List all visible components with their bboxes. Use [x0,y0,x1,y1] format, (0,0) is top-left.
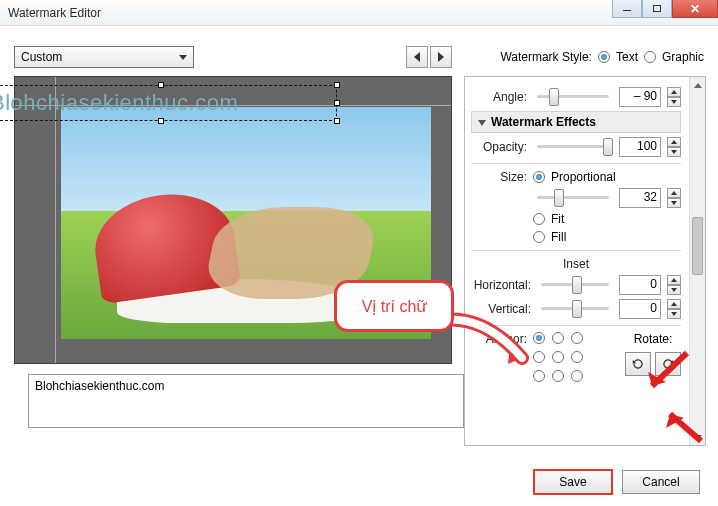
inset-horizontal-spinner[interactable] [667,275,681,295]
disclosure-triangle-icon [478,120,486,126]
annotation-callout: Vị trí chữ [334,280,454,332]
minimize-button[interactable] [612,0,642,18]
size-fit-radio[interactable] [533,213,545,225]
size-slider[interactable] [533,188,613,208]
next-image-button[interactable] [430,46,452,68]
anchor-radio-br[interactable] [571,370,583,382]
watermark-effects-header[interactable]: Watermark Effects [471,111,681,133]
inset-vertical-input[interactable]: 0 [619,299,661,319]
top-row: Custom Watermark Style: Text Graphic [0,26,718,76]
watermark-style-row: Watermark Style: Text Graphic [500,50,704,64]
size-value-input[interactable]: 32 [619,188,661,208]
chevron-down-icon [179,55,187,60]
watermark-text-value: Blohchiasekienthuc.com [35,379,164,393]
angle-label: Angle: [471,90,527,104]
resize-handle[interactable] [158,118,164,124]
prev-image-button[interactable] [406,46,428,68]
maximize-button[interactable] [642,0,672,18]
anchor-radio-mr[interactable] [571,351,583,363]
size-proportional-label: Proportional [551,170,616,184]
save-button[interactable]: Save [534,470,612,494]
anchor-radio-bc[interactable] [552,370,564,382]
preset-selected: Custom [21,50,62,64]
inset-horizontal-input[interactable]: 0 [619,275,661,295]
resize-handle[interactable] [334,118,340,124]
window-title: Watermark Editor [8,6,101,20]
inset-header: Inset [471,257,681,271]
watermark-style-graphic-label: Graphic [662,50,704,64]
cancel-button-label: Cancel [642,475,679,489]
watermark-style-text-radio[interactable] [598,51,610,63]
window-buttons: ✕ [612,0,718,18]
cancel-button[interactable]: Cancel [622,470,700,494]
watermark-style-label: Watermark Style: [500,50,592,64]
triangle-right-icon [438,52,444,62]
watermark-text-overlay: Blohchiasekienthuc.com [0,90,238,116]
watermark-text-input[interactable]: Blohchiasekienthuc.com [28,374,464,428]
inset-vertical-slider[interactable] [537,299,613,319]
anchor-radio-tc[interactable] [552,332,564,344]
watermark-style-graphic-radio[interactable] [644,51,656,63]
watermark-selection[interactable]: Blohchiasekienthuc.com [0,85,337,121]
opacity-value-input[interactable]: 100 [619,137,661,157]
annotation-arrow-1 [632,348,692,398]
resize-handle[interactable] [158,82,164,88]
size-fill-label: Fill [551,230,566,244]
inset-vertical-spinner[interactable] [667,299,681,319]
resize-handle[interactable] [334,100,340,106]
opacity-slider[interactable] [533,137,613,157]
annotation-arrow-2 [656,406,706,446]
opacity-spinner[interactable] [667,137,681,157]
angle-spinner[interactable] [667,87,681,107]
opacity-label: Opacity: [471,140,527,154]
annotation-callout-text: Vị trí chữ [362,297,427,316]
effects-header-label: Watermark Effects [491,115,596,129]
size-fill-radio[interactable] [533,231,545,243]
angle-value-input[interactable]: – 90 [619,87,661,107]
rotate-label: Rotate: [625,332,681,346]
triangle-left-icon [414,52,420,62]
inset-horizontal-slider[interactable] [537,275,613,295]
size-proportional-radio[interactable] [533,171,545,183]
size-spinner[interactable] [667,188,681,208]
close-button[interactable]: ✕ [672,0,718,18]
scrollbar-thumb[interactable] [692,217,703,275]
angle-slider[interactable] [533,87,613,107]
anchor-radio-mc[interactable] [552,351,564,363]
save-button-label: Save [559,475,586,489]
dialog-buttons: Save Cancel [534,470,700,494]
size-fit-label: Fit [551,212,564,226]
preview-nav [406,46,452,68]
scroll-up-icon [694,83,702,88]
anchor-radio-tr[interactable] [571,332,583,344]
preset-select[interactable]: Custom [14,46,194,68]
inset-horizontal-label: Horizontal: [471,278,531,292]
resize-handle[interactable] [334,82,340,88]
watermark-style-text-label: Text [616,50,638,64]
size-label: Size: [471,170,527,184]
titlebar: Watermark Editor [0,0,718,26]
anchor-grid [533,332,587,386]
